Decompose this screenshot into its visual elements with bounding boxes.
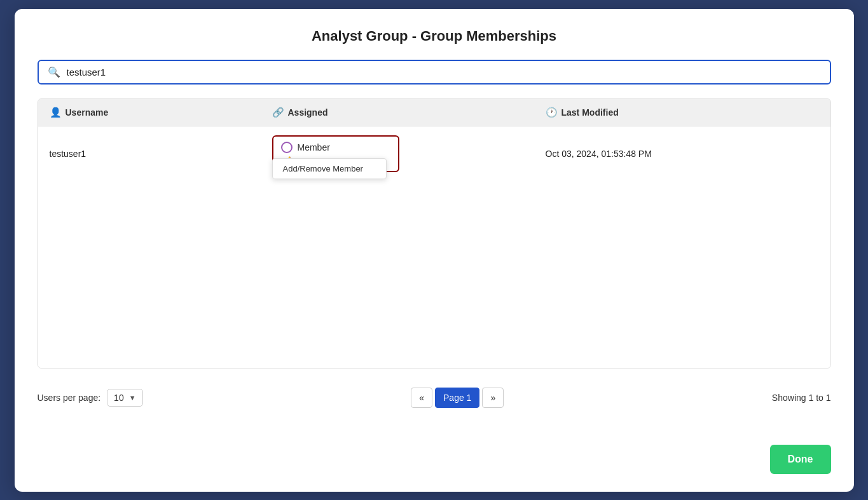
per-page-value: 10 [114, 393, 124, 403]
pagination-row: Users per page: 10 ▼ « Page 1 » Showing … [38, 381, 831, 414]
prev-page-button[interactable]: « [411, 388, 432, 408]
table-body: testuser1 Member 👆 Add/Remove Member [38, 126, 830, 368]
showing-text: Showing 1 to 1 [772, 393, 831, 403]
per-page-select[interactable]: 10 ▼ [107, 389, 142, 407]
users-per-page: Users per page: 10 ▼ [38, 389, 143, 407]
assigned-dropdown-wrapper: Member 👆 Add/Remove Member [272, 135, 399, 172]
column-username: 👤 Username [50, 107, 272, 118]
radio-circle [281, 142, 293, 153]
add-remove-member-item[interactable]: Add/Remove Member [273, 159, 386, 179]
search-bar: 🔍 [38, 60, 831, 84]
table-row: testuser1 Member 👆 Add/Remove Member [38, 126, 830, 181]
clock-icon: 🕐 [546, 107, 558, 118]
page-controls: « Page 1 » [411, 388, 504, 408]
search-icon: 🔍 [48, 66, 60, 78]
member-label: Member [298, 142, 330, 152]
search-input[interactable] [67, 67, 821, 78]
data-table: 👤 Username 🔗 Assigned 🕐 Last Modified te… [38, 98, 831, 368]
table-header: 👤 Username 🔗 Assigned 🕐 Last Modified [38, 99, 830, 126]
cell-assigned: Member 👆 Add/Remove Member [272, 135, 546, 172]
cell-last-modified: Oct 03, 2024, 01:53:48 PM [546, 149, 819, 159]
cell-username: testuser1 [50, 149, 272, 159]
column-assigned: 🔗 Assigned [272, 107, 546, 118]
column-last-modified: 🕐 Last Modified [546, 107, 819, 118]
user-icon: 👤 [50, 107, 62, 118]
modal-title: Analyst Group - Group Memberships [38, 28, 831, 44]
done-button[interactable]: Done [770, 445, 831, 474]
users-per-page-label: Users per page: [38, 393, 101, 403]
chevron-down-icon: ▼ [129, 394, 136, 402]
link-icon: 🔗 [272, 107, 284, 118]
current-page-button[interactable]: Page 1 [435, 388, 479, 408]
modal-container: Analyst Group - Group Memberships 🔍 👤 Us… [15, 9, 854, 492]
dropdown-menu: Add/Remove Member [272, 158, 387, 179]
next-page-button[interactable]: » [482, 388, 504, 408]
